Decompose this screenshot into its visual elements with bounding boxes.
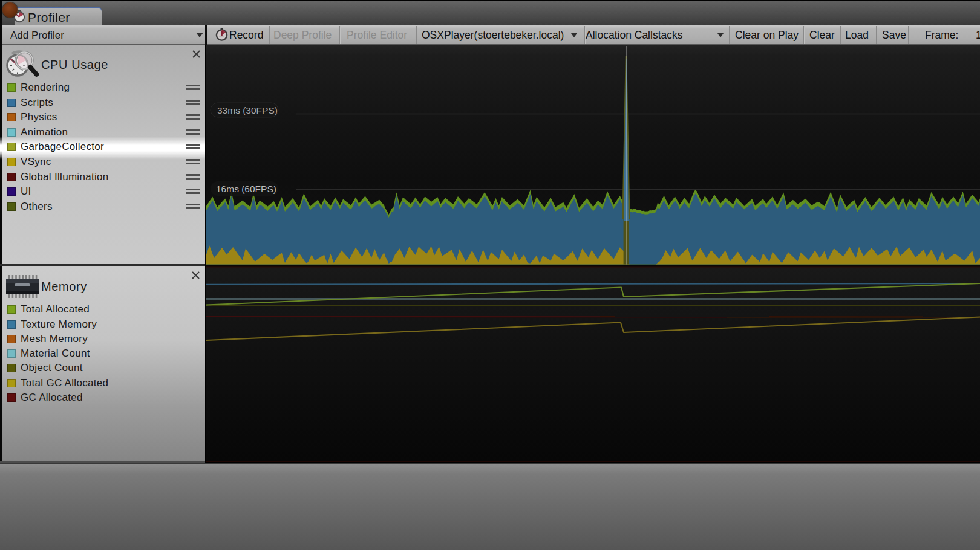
svg-text:33ms (30FPS): 33ms (30FPS) bbox=[217, 105, 278, 115]
svg-text:16ms (60FPS): 16ms (60FPS) bbox=[216, 184, 276, 194]
